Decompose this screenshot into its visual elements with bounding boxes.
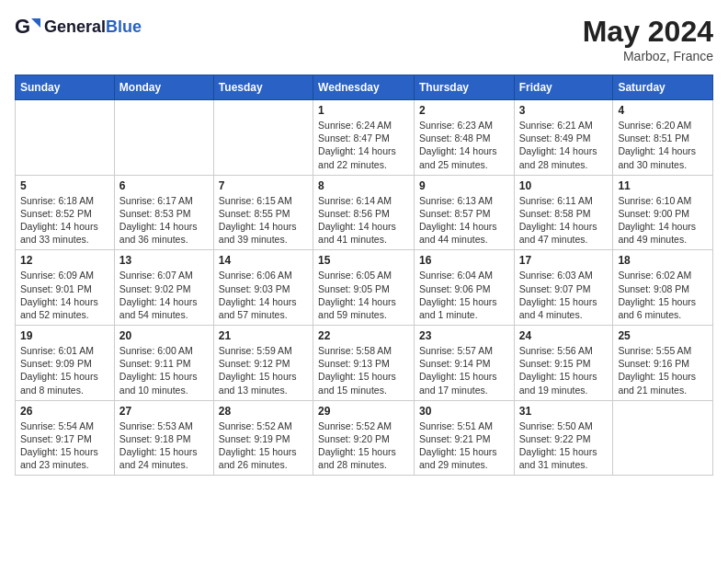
calendar-cell <box>613 400 713 476</box>
day-number: 26 <box>20 405 109 418</box>
calendar-cell: 30Sunrise: 5:51 AM Sunset: 9:21 PM Dayli… <box>414 400 514 476</box>
calendar-cell: 17Sunrise: 6:03 AM Sunset: 9:07 PM Dayli… <box>514 250 613 326</box>
day-header-sunday: Sunday <box>16 75 115 100</box>
day-detail: Sunrise: 6:23 AM Sunset: 8:48 PM Dayligh… <box>419 119 509 171</box>
day-number: 5 <box>20 179 109 192</box>
day-detail: Sunrise: 5:53 AM Sunset: 9:18 PM Dayligh… <box>119 419 209 472</box>
calendar-cell <box>16 100 115 176</box>
day-header-tuesday: Tuesday <box>213 75 313 100</box>
day-number: 20 <box>119 329 209 342</box>
day-detail: Sunrise: 6:21 AM Sunset: 8:49 PM Dayligh… <box>519 119 609 171</box>
day-header-friday: Friday <box>514 75 613 100</box>
day-number: 29 <box>318 405 409 418</box>
calendar-cell: 19Sunrise: 6:01 AM Sunset: 9:09 PM Dayli… <box>16 326 115 401</box>
day-detail: Sunrise: 5:57 AM Sunset: 9:14 PM Dayligh… <box>419 344 509 396</box>
calendar-title: May 2024 <box>583 15 713 49</box>
calendar-cell: 6Sunrise: 6:17 AM Sunset: 8:53 PM Daylig… <box>114 175 213 250</box>
day-number: 6 <box>119 179 209 192</box>
calendar-cell <box>114 100 213 176</box>
calendar-cell: 15Sunrise: 6:05 AM Sunset: 9:05 PM Dayli… <box>313 250 415 326</box>
day-detail: Sunrise: 6:02 AM Sunset: 9:08 PM Dayligh… <box>618 269 708 321</box>
day-detail: Sunrise: 6:00 AM Sunset: 9:11 PM Dayligh… <box>119 344 209 396</box>
day-number: 16 <box>419 254 509 267</box>
page-header: G GeneralBlue May 2024 Marboz, France <box>15 15 713 63</box>
day-detail: Sunrise: 6:03 AM Sunset: 9:07 PM Dayligh… <box>519 269 609 321</box>
calendar-cell: 12Sunrise: 6:09 AM Sunset: 9:01 PM Dayli… <box>16 250 115 326</box>
day-detail: Sunrise: 6:09 AM Sunset: 9:01 PM Dayligh… <box>20 269 109 321</box>
calendar-cell: 8Sunrise: 6:14 AM Sunset: 8:56 PM Daylig… <box>313 175 415 250</box>
day-number: 10 <box>519 179 609 192</box>
calendar-cell: 16Sunrise: 6:04 AM Sunset: 9:06 PM Dayli… <box>414 250 514 326</box>
calendar-cell: 25Sunrise: 5:55 AM Sunset: 9:16 PM Dayli… <box>613 326 713 401</box>
day-number: 23 <box>419 329 509 342</box>
svg-text:G: G <box>15 15 30 38</box>
day-number: 13 <box>119 254 209 267</box>
day-detail: Sunrise: 5:54 AM Sunset: 9:17 PM Dayligh… <box>20 419 109 472</box>
day-detail: Sunrise: 6:14 AM Sunset: 8:56 PM Dayligh… <box>318 194 409 247</box>
day-number: 18 <box>618 254 708 267</box>
day-detail: Sunrise: 5:56 AM Sunset: 9:15 PM Dayligh… <box>519 344 609 396</box>
calendar-week-3: 12Sunrise: 6:09 AM Sunset: 9:01 PM Dayli… <box>16 250 713 326</box>
day-detail: Sunrise: 6:17 AM Sunset: 8:53 PM Dayligh… <box>119 194 209 247</box>
day-detail: Sunrise: 6:04 AM Sunset: 9:06 PM Dayligh… <box>419 269 509 321</box>
day-number: 2 <box>419 104 509 117</box>
day-number: 15 <box>318 254 409 267</box>
day-header-wednesday: Wednesday <box>313 75 415 100</box>
calendar-cell: 23Sunrise: 5:57 AM Sunset: 9:14 PM Dayli… <box>414 326 514 401</box>
day-number: 28 <box>219 405 308 418</box>
day-number: 8 <box>318 179 409 192</box>
calendar-cell: 4Sunrise: 6:20 AM Sunset: 8:51 PM Daylig… <box>613 100 713 176</box>
day-detail: Sunrise: 6:10 AM Sunset: 9:00 PM Dayligh… <box>618 194 708 247</box>
day-number: 21 <box>219 329 308 342</box>
day-detail: Sunrise: 6:01 AM Sunset: 9:09 PM Dayligh… <box>20 344 109 396</box>
calendar-week-1: 1Sunrise: 6:24 AM Sunset: 8:47 PM Daylig… <box>16 100 713 176</box>
day-number: 27 <box>119 405 209 418</box>
calendar-cell: 13Sunrise: 6:07 AM Sunset: 9:02 PM Dayli… <box>114 250 213 326</box>
calendar-cell: 5Sunrise: 6:18 AM Sunset: 8:52 PM Daylig… <box>16 175 115 250</box>
calendar-cell: 21Sunrise: 5:59 AM Sunset: 9:12 PM Dayli… <box>213 326 313 401</box>
day-number: 9 <box>419 179 509 192</box>
calendar-cell: 26Sunrise: 5:54 AM Sunset: 9:17 PM Dayli… <box>16 400 115 476</box>
calendar-cell: 29Sunrise: 5:52 AM Sunset: 9:20 PM Dayli… <box>313 400 415 476</box>
day-detail: Sunrise: 6:20 AM Sunset: 8:51 PM Dayligh… <box>618 119 708 171</box>
day-detail: Sunrise: 5:55 AM Sunset: 9:16 PM Dayligh… <box>618 344 708 396</box>
day-detail: Sunrise: 5:58 AM Sunset: 9:13 PM Dayligh… <box>318 344 409 396</box>
calendar-cell: 3Sunrise: 6:21 AM Sunset: 8:49 PM Daylig… <box>514 100 613 176</box>
calendar-cell: 2Sunrise: 6:23 AM Sunset: 8:48 PM Daylig… <box>414 100 514 176</box>
day-detail: Sunrise: 5:51 AM Sunset: 9:21 PM Dayligh… <box>419 419 509 472</box>
svg-marker-1 <box>31 18 40 28</box>
day-detail: Sunrise: 6:18 AM Sunset: 8:52 PM Dayligh… <box>20 194 109 247</box>
calendar-cell: 9Sunrise: 6:13 AM Sunset: 8:57 PM Daylig… <box>414 175 514 250</box>
day-header-saturday: Saturday <box>613 75 713 100</box>
logo: G GeneralBlue <box>15 15 142 40</box>
calendar-week-4: 19Sunrise: 6:01 AM Sunset: 9:09 PM Dayli… <box>16 326 713 401</box>
day-detail: Sunrise: 5:52 AM Sunset: 9:20 PM Dayligh… <box>318 419 409 472</box>
calendar-cell: 24Sunrise: 5:56 AM Sunset: 9:15 PM Dayli… <box>514 326 613 401</box>
day-detail: Sunrise: 6:24 AM Sunset: 8:47 PM Dayligh… <box>318 119 409 171</box>
calendar-cell: 31Sunrise: 5:50 AM Sunset: 9:22 PM Dayli… <box>514 400 613 476</box>
day-detail: Sunrise: 6:05 AM Sunset: 9:05 PM Dayligh… <box>318 269 409 321</box>
calendar-cell: 27Sunrise: 5:53 AM Sunset: 9:18 PM Dayli… <box>114 400 213 476</box>
title-block: May 2024 Marboz, France <box>583 15 713 63</box>
day-detail: Sunrise: 6:13 AM Sunset: 8:57 PM Dayligh… <box>419 194 509 247</box>
day-number: 24 <box>519 329 609 342</box>
day-number: 4 <box>618 104 708 117</box>
calendar-cell: 10Sunrise: 6:11 AM Sunset: 8:58 PM Dayli… <box>514 175 613 250</box>
day-number: 1 <box>318 104 409 117</box>
calendar-week-2: 5Sunrise: 6:18 AM Sunset: 8:52 PM Daylig… <box>16 175 713 250</box>
day-number: 14 <box>219 254 308 267</box>
day-number: 11 <box>618 179 708 192</box>
day-header-monday: Monday <box>114 75 213 100</box>
day-number: 12 <box>20 254 109 267</box>
calendar-cell: 18Sunrise: 6:02 AM Sunset: 9:08 PM Dayli… <box>613 250 713 326</box>
day-number: 22 <box>318 329 409 342</box>
day-detail: Sunrise: 6:11 AM Sunset: 8:58 PM Dayligh… <box>519 194 609 247</box>
day-header-thursday: Thursday <box>414 75 514 100</box>
day-number: 19 <box>20 329 109 342</box>
calendar-cell: 1Sunrise: 6:24 AM Sunset: 8:47 PM Daylig… <box>313 100 415 176</box>
calendar-subtitle: Marboz, France <box>583 49 713 63</box>
calendar-cell: 14Sunrise: 6:06 AM Sunset: 9:03 PM Dayli… <box>213 250 313 326</box>
day-number: 31 <box>519 405 609 418</box>
day-number: 17 <box>519 254 609 267</box>
calendar-cell: 11Sunrise: 6:10 AM Sunset: 9:00 PM Dayli… <box>613 175 713 250</box>
